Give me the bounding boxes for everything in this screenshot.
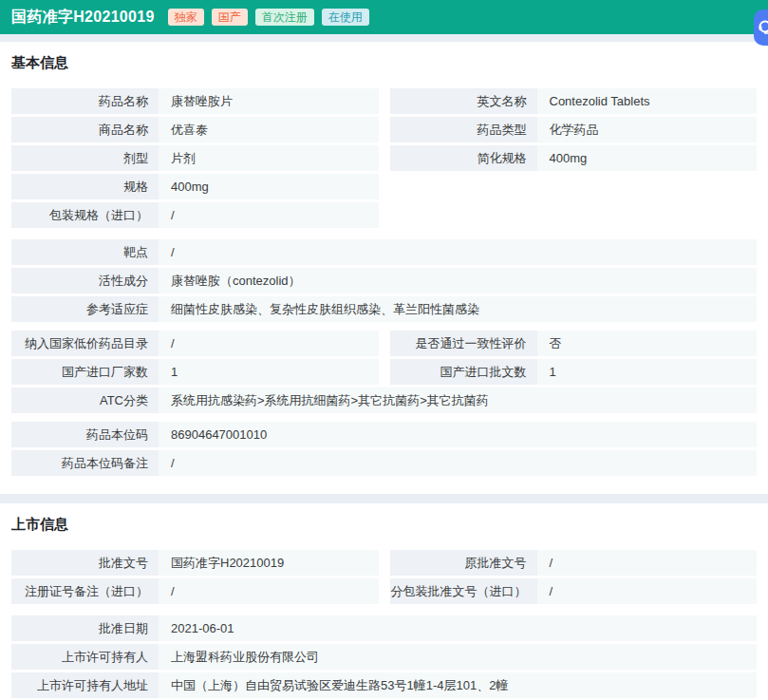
status-badge: 独家: [168, 9, 204, 26]
status-badge: 首次注册: [255, 9, 314, 26]
info-row: 活性成分康替唑胺（contezolid）: [11, 268, 757, 293]
info-row: 药品本位码备注/: [11, 450, 757, 476]
info-row: 药品名称康替唑胺片: [11, 88, 379, 114]
field-label: 简化规格: [390, 145, 537, 171]
field-label: 国产进口批文数: [390, 359, 537, 385]
field-value: /: [159, 239, 757, 265]
approval-number-title: 国药准字H20210019: [11, 8, 155, 28]
field-value: 2021-06-01: [159, 615, 757, 641]
info-row: 包装规格（进口）/: [11, 202, 379, 228]
section-card: 基本信息药品名称康替唑胺片商品名称优喜泰剂型片剂规格400mg包装规格（进口）/…: [0, 42, 768, 494]
info-row: 注册证号备注（进口）/: [11, 578, 379, 604]
field-label: 是否通过一致性评价: [390, 331, 537, 356]
info-row: ATC分类系统用抗感染药>系统用抗细菌药>其它抗菌药>其它抗菌药: [11, 388, 757, 413]
field-label: 药品名称: [11, 88, 159, 114]
field-value: 化学药品: [537, 117, 758, 142]
field-value: 否: [537, 331, 758, 356]
field-value: 细菌性皮肤感染、复杂性皮肤组织感染、革兰阳性菌感染: [159, 296, 757, 322]
field-value: 优喜泰: [159, 117, 379, 142]
field-value: 系统用抗感染药>系统用抗细菌药>其它抗菌药>其它抗菌药: [159, 388, 757, 413]
info-row: 分包装批准文号（进口）/: [390, 578, 758, 604]
field-label: 参考适应症: [11, 296, 159, 322]
info-row: 国产进口批文数1: [390, 359, 758, 385]
info-row: 原批准文号/: [390, 550, 758, 576]
row-group: 批准日期2021-06-01上市许可持有人上海盟科药业股份有限公司上市许可持有人…: [11, 615, 757, 700]
info-row: 靶点/: [11, 239, 757, 265]
field-value: /: [159, 578, 379, 604]
info-row: 药品类型化学药品: [390, 117, 758, 142]
field-value: 上海盟科药业股份有限公司: [159, 644, 757, 670]
field-label: 药品本位码备注: [11, 450, 159, 476]
field-label: 批准文号: [11, 550, 159, 576]
info-row: 商品名称优喜泰: [11, 117, 379, 142]
info-row: 批准日期2021-06-01: [11, 615, 757, 641]
section-card: 上市信息批准文号国药准字H20210019注册证号备注（进口）/原批准文号/分包…: [0, 503, 768, 700]
field-label: 靶点: [11, 239, 159, 265]
field-value: 中国（上海）自由贸易试验区爱迪生路53号1幢1-4层101、2幢: [159, 672, 757, 698]
section-title: 基本信息: [11, 53, 757, 69]
field-value: 86904647001010: [159, 422, 757, 447]
field-label: 国产进口厂家数: [11, 359, 159, 385]
field-value: /: [159, 202, 379, 228]
customer-service-icon: [757, 19, 768, 36]
info-row: 上市许可持有人上海盟科药业股份有限公司: [11, 644, 757, 670]
info-row: 剂型片剂: [11, 145, 379, 171]
field-label: 英文名称: [390, 88, 537, 114]
row-group: 药品本位码86904647001010药品本位码备注/: [11, 422, 757, 476]
info-row: 规格400mg: [11, 174, 379, 199]
field-value: 片剂: [159, 145, 379, 171]
info-row: 药品本位码86904647001010: [11, 422, 757, 447]
field-label: ATC分类: [11, 388, 159, 413]
field-label: 剂型: [11, 145, 159, 171]
field-value: 400mg: [159, 174, 379, 199]
field-label: 活性成分: [11, 268, 159, 293]
field-label: 上市许可持有人地址: [11, 672, 159, 698]
field-value: 400mg: [537, 145, 758, 171]
row-group: 靶点/活性成分康替唑胺（contezolid）参考适应症细菌性皮肤感染、复杂性皮…: [11, 239, 757, 322]
drug-approval-header: 国药准字H20210019 独家国产首次注册在使用: [0, 0, 768, 34]
field-label: 原批准文号: [390, 550, 537, 576]
field-value: /: [159, 450, 757, 476]
field-value: /: [537, 550, 758, 576]
status-badge: 在使用: [322, 9, 369, 26]
info-row: 国产进口厂家数1: [11, 359, 379, 385]
info-row: 简化规格400mg: [390, 145, 758, 171]
info-row: 上市许可持有人地址中国（上海）自由贸易试验区爱迪生路53号1幢1-4层101、2…: [11, 672, 757, 698]
info-row: 英文名称Contezolid Tablets: [390, 88, 758, 114]
row-group: 药品名称康替唑胺片商品名称优喜泰剂型片剂规格400mg包装规格（进口）/英文名称…: [11, 88, 757, 231]
row-group: 批准文号国药准字H20210019注册证号备注（进口）/原批准文号/分包装批准文…: [11, 550, 757, 607]
field-value: 国药准字H20210019: [159, 550, 379, 576]
row-group: 纳入国家低价药品目录/国产进口厂家数1是否通过一致性评价否国产进口批文数1ATC…: [11, 331, 757, 413]
info-row: 是否通过一致性评价否: [390, 331, 758, 356]
field-label: 规格: [11, 174, 159, 199]
field-label: 纳入国家低价药品目录: [11, 331, 159, 356]
field-value: 1: [537, 359, 758, 385]
field-value: Contezolid Tablets: [537, 88, 758, 114]
field-label: 注册证号备注（进口）: [11, 578, 159, 604]
field-label: 药品类型: [390, 117, 537, 142]
field-label: 批准日期: [11, 615, 159, 641]
field-value: 康替唑胺片: [159, 88, 379, 114]
field-value: 1: [159, 359, 379, 385]
section-title: 上市信息: [11, 515, 757, 531]
info-row: 参考适应症细菌性皮肤感染、复杂性皮肤组织感染、革兰阳性菌感染: [11, 296, 757, 322]
field-value: /: [537, 578, 758, 604]
floating-action-button[interactable]: [754, 9, 768, 46]
info-row: 纳入国家低价药品目录/: [11, 331, 379, 356]
status-badge: 国产: [212, 9, 248, 26]
field-label: 包装规格（进口）: [11, 202, 159, 228]
field-label: 分包装批准文号（进口）: [390, 578, 537, 604]
field-value: /: [159, 331, 379, 356]
field-label: 商品名称: [11, 117, 159, 142]
info-row: 批准文号国药准字H20210019: [11, 550, 379, 576]
field-label: 药品本位码: [11, 422, 159, 447]
content: 基本信息药品名称康替唑胺片商品名称优喜泰剂型片剂规格400mg包装规格（进口）/…: [0, 42, 768, 700]
field-label: 上市许可持有人: [11, 644, 159, 670]
field-value: 康替唑胺（contezolid）: [159, 268, 757, 293]
header-badges: 独家国产首次注册在使用: [168, 9, 369, 26]
